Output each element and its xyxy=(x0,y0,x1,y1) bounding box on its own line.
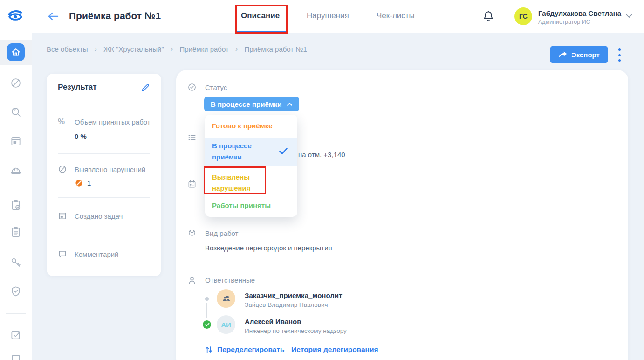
chevron-up-icon xyxy=(287,102,293,106)
initials-avatar: АИ xyxy=(217,315,235,334)
status-dropdown-menu: Готово к приёмке В процессе приёмки Выяв… xyxy=(205,115,297,217)
page-title: Приёмка работ №1 xyxy=(69,10,161,21)
sidebar-nav xyxy=(0,33,32,360)
prohibition-icon xyxy=(58,165,67,174)
sidebar-item-clipboard-check[interactable] xyxy=(10,199,22,211)
group-avatar xyxy=(217,289,235,308)
swap-arrows-icon[interactable] xyxy=(204,345,213,354)
app-logo-eye-icon[interactable] xyxy=(7,9,27,24)
menu-item-works-accepted[interactable]: Работы приняты xyxy=(205,200,297,214)
edit-pencil-icon[interactable] xyxy=(141,83,150,92)
divider xyxy=(58,237,150,237)
menu-item-label: Готово к приёмке xyxy=(212,120,277,132)
group-icon xyxy=(221,293,231,304)
violations-count: 1 xyxy=(87,179,91,187)
export-button-label: Экспорт xyxy=(571,51,600,59)
more-options-kebab-icon[interactable] xyxy=(617,48,622,62)
active-tab-underline xyxy=(237,31,287,33)
user-avatar[interactable]: ГС xyxy=(514,7,532,25)
person-icon xyxy=(187,276,197,285)
work-name-partial: на отм. +3,140 xyxy=(298,151,345,159)
result-card-title: Результат xyxy=(58,83,97,92)
sidebar-item-helmet[interactable] xyxy=(10,164,22,176)
percent-icon: % xyxy=(58,117,67,126)
back-arrow-icon[interactable] xyxy=(47,10,60,22)
app-window: Приёмка работ №1 Описание Нарушения Чек-… xyxy=(0,0,644,360)
menu-item-ready[interactable]: Готово к приёмке xyxy=(205,120,297,134)
divider xyxy=(58,153,150,154)
breadcrumb-separator: › xyxy=(171,44,173,54)
breadcrumb-acceptances[interactable]: Приёмки работ xyxy=(179,45,228,53)
violation-badge-icon xyxy=(75,179,84,188)
responsible-name: Заказчик_приемка_монолит xyxy=(245,291,342,299)
sidebar-item-checkbox[interactable] xyxy=(10,329,22,341)
list-icon xyxy=(187,133,197,142)
sidebar-divider xyxy=(6,313,26,314)
export-button[interactable]: Экспорт xyxy=(550,46,608,63)
work-type-value: Возведение перегородок и перекрытия xyxy=(205,244,332,252)
sidebar-item-clipboard-list[interactable] xyxy=(10,226,22,238)
violations-label: Выявлено нарушений xyxy=(75,166,145,173)
user-role: Администратор ИС xyxy=(538,19,590,25)
status-dropdown-button[interactable]: В процессе приёмки xyxy=(204,97,299,111)
sidebar-item-prohibition[interactable] xyxy=(10,77,22,89)
notifications-bell-icon[interactable] xyxy=(482,10,494,23)
work-type-label: Вид работ xyxy=(205,229,238,237)
tab-checklists[interactable]: Чек-листы xyxy=(377,11,415,21)
tasks-window-icon xyxy=(58,211,67,221)
menu-item-label: Выявлены нарушения xyxy=(212,172,277,194)
menu-item-label: В процессе приёмки xyxy=(212,140,277,163)
breadcrumb: Все объекты › ЖК "Хрустальный" › Приёмки… xyxy=(47,44,307,54)
volume-label: Объем принятых работ xyxy=(75,118,151,126)
status-label: Статус xyxy=(205,83,227,91)
wrench-icon xyxy=(187,229,197,238)
tasks-label: Создано задач xyxy=(75,212,123,220)
delegation-history-link[interactable]: История делегирования xyxy=(291,346,378,354)
menu-item-label: Работы приняты xyxy=(212,200,294,211)
menu-item-in-progress[interactable]: В процессе приёмки xyxy=(205,140,297,164)
breadcrumb-current: Приёмка работ №1 xyxy=(245,45,307,53)
delegated-check-icon xyxy=(203,320,211,329)
user-menu-chevron-down-icon[interactable] xyxy=(625,13,633,19)
menu-item-violations-found[interactable]: Выявлены нарушения xyxy=(205,172,297,195)
breadcrumb-all-objects[interactable]: Все объекты xyxy=(47,45,88,53)
breadcrumb-separator: › xyxy=(235,44,238,54)
volume-value: 0 % xyxy=(75,132,87,140)
export-share-icon xyxy=(558,51,567,59)
sidebar-item-document[interactable] xyxy=(10,354,22,360)
responsible-role: Зайцев Владимир Павлович xyxy=(245,301,328,308)
redelegate-link[interactable]: Переделегировать xyxy=(217,346,285,354)
divider xyxy=(58,106,150,106)
responsible-label: Ответственные xyxy=(205,276,255,284)
responsible-name: Алексей Иванов xyxy=(245,318,301,325)
divider xyxy=(58,197,150,198)
home-icon xyxy=(10,47,21,58)
sidebar-item-search[interactable] xyxy=(10,106,22,118)
tab-description[interactable]: Описание xyxy=(241,11,280,21)
status-check-circle-icon xyxy=(187,83,197,92)
breadcrumb-separator: › xyxy=(95,44,97,54)
user-name: Габдулхакова Светлана xyxy=(538,9,621,17)
sidebar-item-key[interactable] xyxy=(10,256,22,269)
divider xyxy=(187,218,628,218)
calendar-icon xyxy=(187,180,197,189)
sidebar-item-home[interactable] xyxy=(7,43,25,61)
timeline-dot xyxy=(205,297,209,301)
comment-label: Комментарий xyxy=(75,250,118,258)
result-card: Результат % Объем принятых работ 0 % Выя… xyxy=(47,74,161,276)
tab-violations[interactable]: Нарушения xyxy=(307,11,349,21)
comment-bubble-icon xyxy=(58,249,67,259)
sidebar-item-card[interactable] xyxy=(10,135,22,147)
sidebar-item-shield-check[interactable] xyxy=(10,285,22,298)
breadcrumb-project[interactable]: ЖК "Хрустальный" xyxy=(103,45,164,53)
status-value: В процессе приёмки xyxy=(211,100,282,108)
responsible-role: Инженер по техническому надзору xyxy=(245,327,347,334)
selected-check-icon xyxy=(279,147,288,155)
divider xyxy=(187,264,628,264)
timeline-line xyxy=(206,303,207,318)
topbar: Приёмка работ №1 Описание Нарушения Чек-… xyxy=(0,0,644,33)
